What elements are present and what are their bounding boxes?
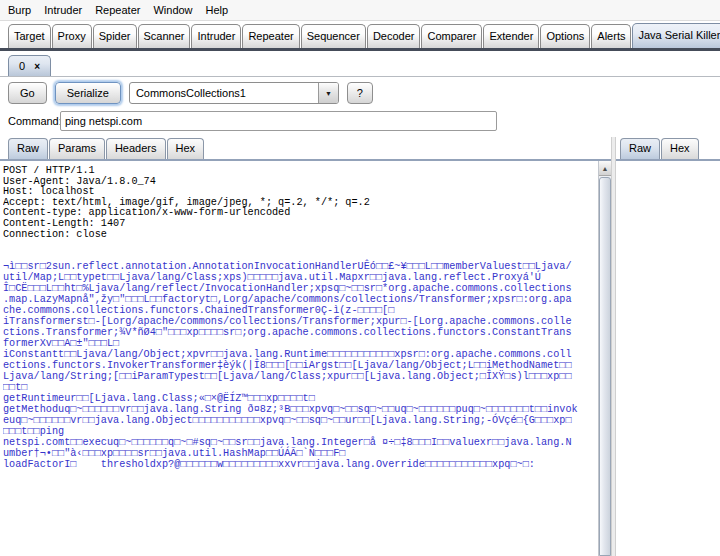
command-row: Command: — [8, 110, 497, 132]
request-body-line: iTransformerst□-[Lorg/apache/commons/col… — [3, 316, 597, 327]
command-label: Command: — [8, 115, 60, 127]
response-view-tab-hex[interactable]: Hex — [661, 138, 699, 159]
go-button[interactable]: Go — [8, 82, 47, 104]
command-input[interactable] — [60, 111, 497, 131]
request-body-line: getMethoduq□~□□□□□□vr□□java.lang.String … — [3, 404, 597, 415]
request-header-line: POST / HTTP/1.1 — [3, 166, 597, 177]
response-editor[interactable] — [616, 159, 720, 556]
menu-item-help[interactable]: Help — [206, 4, 229, 16]
tab-alerts[interactable]: Alerts — [591, 24, 631, 48]
request-body-line: netspi.comt□□execuq□~□□□□□□q□~□#sq□~□□sr… — [3, 437, 597, 448]
payload-select[interactable]: CommonsCollections1 ▼ — [129, 82, 339, 104]
menu-item-window[interactable]: Window — [153, 4, 192, 16]
request-serialized-body: ¬ì□□sr□2sun.reflect.annotation.Annotatio… — [3, 261, 597, 470]
tab-comparer[interactable]: Comparer — [421, 24, 482, 48]
request-body-line: Ljava/lang/String;[□□iParamTypest□□[Ljav… — [3, 371, 597, 382]
request-body-line: iConstantt□□Ljava/lang/Object;xpvr□□java… — [3, 349, 597, 360]
request-editor[interactable]: POST / HTTP/1.1User-Agent: Java/1.8.0_74… — [0, 159, 611, 556]
request-body-line: Î□CË□□□L□□ht□%Ljava/lang/reflect/Invocat… — [3, 283, 597, 294]
tab-sequencer[interactable]: Sequencer — [301, 24, 366, 48]
menu-item-burp[interactable]: Burp — [8, 4, 31, 16]
burp-window: BurpIntruderRepeaterWindowHelp TargetPro… — [0, 0, 720, 556]
menubar: BurpIntruderRepeaterWindowHelp — [0, 0, 720, 21]
request-body-line: util/Map;L□□typet□□Ljava/lang/Class;xps)… — [3, 272, 597, 283]
request-header-line: Content-Length: 1407 — [3, 219, 597, 230]
request-tab-bar: 0 × — [0, 55, 720, 77]
main-tabs: TargetProxySpiderScannerIntruderRepeater… — [0, 21, 720, 48]
request-tab-0[interactable]: 0 × — [8, 55, 51, 76]
help-button[interactable]: ? — [347, 82, 373, 104]
request-view-tab-hex[interactable]: Hex — [167, 138, 205, 159]
request-body-line: □□□t□□ping — [3, 426, 597, 437]
request-panel: RawParamsHeadersHex POST / HTTP/1.1User-… — [0, 137, 611, 556]
tab-scanner[interactable]: Scanner — [138, 24, 191, 48]
tab-extender[interactable]: Extender — [483, 24, 539, 48]
request-view-tabs: RawParamsHeadersHex — [0, 137, 611, 159]
close-icon[interactable]: × — [34, 61, 40, 72]
tab-proxy[interactable]: Proxy — [52, 24, 92, 48]
request-body-line: umber†¬•□□"à‹□□□xp□□□□sr□□java.util.Hash… — [3, 448, 597, 459]
chevron-down-icon[interactable]: ▼ — [318, 83, 338, 103]
toolbar: Go Serialize CommonsCollections1 ▼ ? — [8, 81, 720, 105]
response-panel: RawHex — [616, 137, 720, 556]
request-body-line: euq□~□□□□□□vr□□java.lang.Object□□□□□□□□□… — [3, 415, 597, 426]
request-body-line: ections.functors.InvokerTransformer‡èýk(… — [3, 360, 597, 371]
request-body-line: getRuntimeur□□[Ljava.lang.Class;«□×@ËÍZ™… — [3, 393, 597, 404]
tab-java-serial-killer[interactable]: Java Serial Killer — [632, 23, 720, 48]
payload-selected-value: CommonsCollections1 — [130, 87, 318, 99]
tab-intruder[interactable]: Intruder — [191, 24, 241, 48]
request-body-line: che.commons.collections.functors.Chained… — [3, 305, 597, 316]
scrollbar-thumb[interactable] — [599, 177, 611, 556]
scroll-up-icon[interactable]: ▲ — [599, 161, 611, 176]
request-tab-label: 0 — [19, 60, 25, 72]
request-view-tab-raw[interactable]: Raw — [8, 138, 48, 159]
request-scrollbar[interactable]: ▲ — [598, 161, 611, 556]
menu-item-intruder[interactable]: Intruder — [44, 4, 82, 16]
tab-repeater[interactable]: Repeater — [242, 24, 299, 48]
request-headers: POST / HTTP/1.1User-Agent: Java/1.8.0_74… — [3, 166, 597, 240]
request-text: POST / HTTP/1.1User-Agent: Java/1.8.0_74… — [3, 166, 597, 556]
menu-item-repeater[interactable]: Repeater — [95, 4, 140, 16]
request-view-tab-params[interactable]: Params — [49, 138, 105, 159]
request-body-line: □□t□ — [3, 382, 597, 393]
tab-target[interactable]: Target — [8, 24, 51, 48]
request-body-line: formerXv□□A□±"□□□L□ — [3, 338, 597, 349]
request-body-line: ¬ì□□sr□2sun.reflect.annotation.Annotatio… — [3, 261, 597, 272]
tab-options[interactable]: Options — [540, 24, 590, 48]
response-view-tabs: RawHex — [616, 137, 720, 159]
tab-spider[interactable]: Spider — [93, 24, 137, 48]
request-body-line: .map.LazyMapnå",žy□"□□□L□□factoryt□,Lorg… — [3, 294, 597, 305]
request-body-line: loadFactorI□ thresholdxp?@□□□□□□w□□□□□□□… — [3, 459, 597, 470]
tab-decoder[interactable]: Decoder — [367, 24, 421, 48]
message-panels: RawParamsHeadersHex POST / HTTP/1.1User-… — [0, 137, 720, 556]
main-tab-bar: TargetProxySpiderScannerIntruderRepeater… — [0, 21, 720, 51]
response-view-tab-raw[interactable]: Raw — [620, 138, 660, 159]
serialize-button[interactable]: Serialize — [55, 82, 121, 104]
request-header-line: Connection: close — [3, 230, 597, 241]
request-view-tab-headers[interactable]: Headers — [106, 138, 166, 159]
request-body-line: ctions.Transformer;¾V*ñØ4□"□□□xp□□□□sr□;… — [3, 327, 597, 338]
